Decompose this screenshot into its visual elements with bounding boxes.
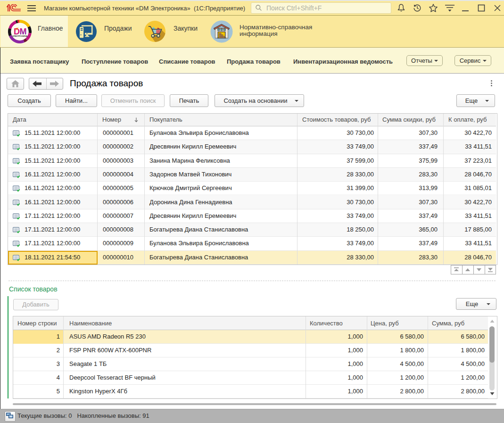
svg-text:ЭЛЕКТРОНИКА: ЭЛЕКТРОНИКА [12, 35, 27, 37]
